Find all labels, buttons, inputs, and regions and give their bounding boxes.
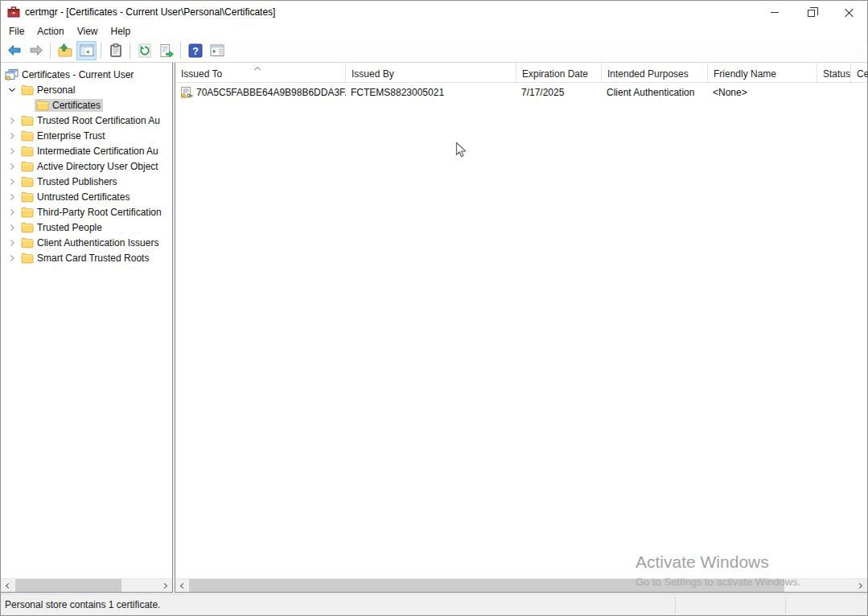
tree-item-third-party-root-certification[interactable]: Third-Party Root Certification (1, 204, 172, 220)
tree-item-content[interactable]: Third-Party Root Certification (19, 206, 164, 219)
cell-intended-purposes: Client Authentication (602, 87, 708, 98)
tree-item-trusted-publishers[interactable]: Trusted Publishers (1, 174, 172, 189)
menu-file[interactable]: File (2, 24, 31, 39)
chevron-right-icon[interactable] (4, 252, 19, 265)
column-header-issued-to[interactable]: Issued To (175, 63, 346, 82)
folder-icon (21, 115, 34, 126)
tree-item-active-directory-user-object[interactable]: Active Directory User Object (1, 158, 172, 174)
chevron-right-icon[interactable] (4, 114, 19, 127)
scroll-right-arrow[interactable] (854, 579, 867, 592)
tree-item-content[interactable]: Smart Card Trusted Roots (19, 252, 151, 265)
tree-item-label: Trusted Publishers (37, 176, 117, 187)
export-list-button[interactable] (156, 41, 176, 60)
cell-text: Client Authentication (607, 87, 694, 98)
scroll-right-arrow[interactable] (158, 579, 172, 592)
scrollbar-thumb[interactable] (189, 579, 784, 592)
folder-icon (21, 191, 34, 203)
tree-item-content[interactable]: Certificates - Current User (3, 68, 136, 82)
chevron-right-icon[interactable] (4, 236, 19, 249)
scrollbar-thumb[interactable] (15, 579, 121, 592)
cell-expiration-date: 7/17/2025 (516, 87, 602, 98)
tree-item-label: Third-Party Root Certification (37, 207, 162, 218)
menu-action[interactable]: Action (31, 24, 70, 39)
cell-text: 7/17/2025 (521, 87, 564, 98)
list-horizontal-scrollbar[interactable] (175, 578, 867, 592)
back-button[interactable] (4, 41, 24, 60)
clipboard-button[interactable] (105, 41, 125, 60)
column-header-friendly-name[interactable]: Friendly Name (708, 63, 817, 82)
menu-view[interactable]: View (71, 24, 105, 39)
tree-item-content[interactable]: Intermediate Certification Au (19, 145, 161, 158)
chevron-right-icon[interactable] (4, 221, 19, 234)
column-header-label: Friendly Name (714, 68, 776, 80)
tree-item-content[interactable]: Trusted Publishers (19, 175, 120, 188)
tree-item-enterprise-trust[interactable]: Enterprise Trust (1, 128, 172, 143)
tree-item-content[interactable]: Active Directory User Object (19, 160, 161, 173)
certificate-icon (180, 86, 193, 99)
menu-help[interactable]: Help (105, 24, 138, 39)
tree-item-certificates-current-user[interactable]: Certificates - Current User (1, 67, 172, 82)
tree-item-intermediate-certification-au[interactable]: Intermediate Certification Au (1, 143, 172, 158)
minimize-button[interactable] (756, 1, 793, 23)
console-tree-toggle-button[interactable] (76, 41, 97, 60)
tree-item-client-authentication-issuers[interactable]: Client Authentication Issuers (1, 235, 172, 250)
status-text: Personal store contains 1 certificate. (1, 599, 160, 610)
export-list-icon (158, 43, 175, 59)
forward-button[interactable] (26, 41, 46, 60)
tree-item-certificates[interactable]: Certificates (1, 97, 172, 113)
chevron-right-icon[interactable] (4, 129, 19, 142)
cell-text: <None> (713, 87, 747, 98)
tree-item-content[interactable]: Trusted People (19, 221, 105, 234)
scrollbar-track[interactable] (14, 579, 158, 592)
column-header-label: Issued To (181, 68, 222, 80)
minimize-icon (771, 12, 779, 13)
tree-horizontal-scrollbar[interactable] (1, 578, 172, 592)
chevron-right-icon[interactable] (4, 191, 19, 203)
refresh-button[interactable] (134, 41, 154, 60)
chevron-right-icon[interactable] (4, 206, 19, 219)
tree-item-content[interactable]: Personal (19, 84, 77, 97)
column-header-ce[interactable]: Ce (851, 63, 868, 82)
chevron-right-icon[interactable] (4, 175, 19, 188)
chevron-right-icon[interactable] (4, 160, 19, 173)
tree-item-content[interactable]: Enterprise Trust (19, 129, 108, 142)
action-pane-button[interactable] (207, 41, 227, 60)
tree-selected-item[interactable]: Certificates (35, 99, 103, 112)
back-arrow-icon (6, 43, 23, 59)
close-icon (845, 8, 854, 17)
certificate-row[interactable]: 70A5C5FABBE64A9B98B6DDA3F...FCTEMS882300… (175, 84, 867, 101)
column-header-expiration-date[interactable]: Expiration Date (516, 63, 602, 82)
title-bar[interactable]: certmgr - [Certificates - Current User\P… (1, 1, 867, 23)
column-header-intended-purposes[interactable]: Intended Purposes (602, 63, 708, 82)
tree-item-label: Intermediate Certification Au (37, 146, 158, 157)
up-one-level-button[interactable] (55, 41, 75, 60)
console-tree-icon (79, 43, 95, 59)
tree-item-content[interactable]: Client Authentication Issuers (19, 236, 161, 249)
scroll-left-arrow[interactable] (1, 579, 14, 592)
help-icon: ? (187, 43, 204, 59)
column-header-status[interactable]: Status (817, 63, 851, 82)
chevron-right-icon[interactable] (4, 145, 19, 158)
column-header-label: Status (823, 68, 850, 80)
tree-item-trusted-people[interactable]: Trusted People (1, 220, 172, 235)
tree-item-untrusted-certificates[interactable]: Untrusted Certificates (1, 189, 172, 204)
scroll-left-arrow[interactable] (175, 579, 189, 592)
help-button[interactable]: ? (185, 41, 205, 60)
tree-item-content[interactable]: Untrusted Certificates (19, 191, 132, 203)
column-header-label: Issued By (352, 68, 394, 80)
tree-item-content[interactable]: Trusted Root Certification Au (19, 114, 162, 127)
scrollbar-track[interactable] (189, 579, 854, 592)
tree-item-personal[interactable]: Personal (1, 82, 172, 97)
refresh-icon (137, 43, 153, 59)
tree: Certificates - Current UserPersonalCerti… (1, 63, 172, 578)
certmgr-root-icon (5, 68, 19, 81)
close-button[interactable] (830, 1, 867, 23)
column-header-issued-by[interactable]: Issued By (346, 63, 516, 82)
tree-item-trusted-root-certification-au[interactable]: Trusted Root Certification Au (1, 113, 172, 128)
chevron-down-icon[interactable] (4, 84, 19, 97)
toolbar: ? (1, 39, 867, 63)
tree-item-smart-card-trusted-roots[interactable]: Smart Card Trusted Roots (1, 250, 172, 265)
restore-button[interactable] (793, 1, 830, 23)
sort-ascending-icon (252, 63, 263, 74)
mouse-cursor (455, 142, 467, 162)
